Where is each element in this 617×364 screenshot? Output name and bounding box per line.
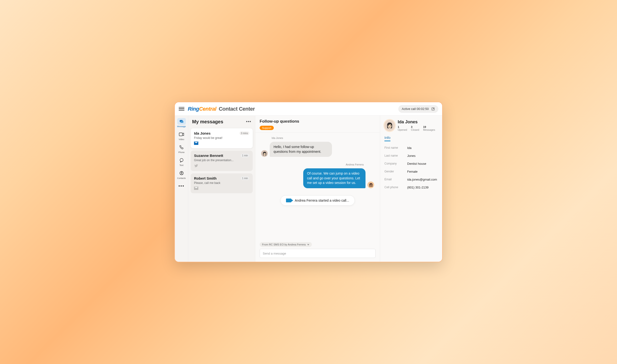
info-value: Dentist house bbox=[407, 162, 438, 166]
info-value: Ida bbox=[407, 146, 438, 150]
rail-more[interactable]: ••• bbox=[178, 184, 184, 189]
avatar-ida-large: 👩🏻 bbox=[384, 120, 395, 131]
rail-video[interactable]: Video bbox=[176, 131, 187, 141]
active-call-label: Active call 00:02:50 bbox=[402, 107, 429, 111]
message-card-suzanne[interactable]: Suzanne Bennett 1 min Great job on the p… bbox=[191, 151, 253, 171]
info-row-company: Company Dentist house bbox=[384, 162, 438, 166]
messages-more-button[interactable]: ••• bbox=[246, 119, 251, 124]
info-label: Company bbox=[384, 162, 407, 166]
info-label: Gender bbox=[384, 170, 407, 173]
video-icon bbox=[179, 132, 184, 136]
svg-point-6 bbox=[181, 172, 182, 173]
message-time: 3 mins bbox=[239, 131, 249, 135]
phone-icon bbox=[179, 145, 184, 150]
message-card-ida[interactable]: Ida Jones 3 mins Friday would be great! bbox=[191, 128, 253, 148]
svg-rect-3 bbox=[179, 133, 182, 136]
message-time: 1 min bbox=[241, 154, 249, 157]
info-value: Jones bbox=[407, 154, 438, 157]
rail-text[interactable]: Text bbox=[176, 157, 187, 167]
message-icon bbox=[179, 119, 184, 124]
app-window: RingCentral Contact Center Active call 0… bbox=[174, 102, 443, 262]
info-label: Last name bbox=[384, 154, 407, 157]
video-call-icon bbox=[286, 198, 291, 202]
compose-area: From RC SMS EO by Andrea Ferrera bbox=[255, 240, 380, 262]
info-row-lastname: Last name Jones bbox=[384, 154, 438, 157]
support-chip: Support bbox=[260, 126, 274, 130]
message-preview: Friday would be great! bbox=[194, 136, 249, 140]
message-card-robert[interactable]: Robert Smith 1 min Please, call me back bbox=[191, 173, 253, 193]
messages-panel: My messages ••• Ida Jones 3 mins Friday … bbox=[188, 116, 255, 262]
conversation-panel: Follow-up questions Support Ida Jones 👩🏻… bbox=[255, 116, 380, 262]
info-value: (801) 301-2139 bbox=[407, 186, 438, 189]
svg-rect-2 bbox=[180, 121, 183, 123]
conversation-title: Follow-up questions bbox=[260, 119, 376, 124]
svg-point-4 bbox=[180, 158, 183, 162]
rail-phone-label: Phone bbox=[178, 151, 184, 154]
rail-contacts[interactable]: Contacts bbox=[176, 170, 187, 179]
sender-label-outgoing: Andrea Ferrera bbox=[261, 163, 364, 166]
info-stats: 1 Opened 3 Closed 19 Messages bbox=[398, 126, 438, 131]
mail-icon bbox=[194, 142, 198, 145]
info-value: Female bbox=[407, 170, 438, 173]
info-value: ida.jones@gmail.com bbox=[407, 178, 438, 181]
avatar-ida-small: 👩🏻 bbox=[261, 150, 268, 157]
app-header: RingCentral Contact Center Active call 0… bbox=[175, 102, 442, 116]
rail-message-label: Message bbox=[177, 125, 186, 128]
bubble-incoming: Hello, I had some follow-up questions fr… bbox=[270, 142, 332, 157]
message-preview: Great job on the presentation... bbox=[194, 158, 249, 162]
active-call-pill[interactable]: Active call 00:02:50 bbox=[398, 105, 438, 113]
bubble-outgoing: Of course. We can jump on a video call a… bbox=[303, 168, 366, 188]
video-call-event[interactable]: Andrea Ferrera started a video call... bbox=[280, 195, 354, 206]
rail-video-label: Video bbox=[179, 138, 184, 141]
brand-central: Central bbox=[199, 106, 216, 112]
message-preview: Please, call me back bbox=[194, 181, 249, 185]
message-time: 1 min bbox=[241, 177, 249, 180]
text-icon bbox=[179, 158, 184, 163]
nav-rail: Message Video Phone Text Contacts ••• bbox=[175, 116, 188, 262]
from-chip-label: From RC SMS EO by Andrea Ferrera bbox=[262, 243, 306, 246]
info-row-firstname: First name Ida bbox=[384, 146, 438, 150]
info-label: Email bbox=[384, 178, 407, 181]
rail-phone[interactable]: Phone bbox=[176, 144, 187, 154]
info-row-cell: Cell phone (801) 301-2139 bbox=[384, 186, 438, 189]
brand-product: Contact Center bbox=[219, 106, 255, 112]
conversation-body: Ida Jones 👩🏻 Hello, I had some follow-up… bbox=[255, 133, 380, 240]
twitter-icon bbox=[194, 164, 198, 168]
menu-button[interactable] bbox=[179, 106, 184, 112]
brand-logo: RingCentral Contact Center bbox=[188, 106, 255, 112]
rail-text-label: Text bbox=[179, 164, 184, 167]
rail-message[interactable]: Message bbox=[176, 118, 187, 128]
messages-title: My messages bbox=[192, 119, 223, 125]
chevron-down-icon bbox=[307, 243, 309, 246]
contacts-icon bbox=[179, 171, 184, 176]
info-panel: 👩🏻 Ida Jones 1 Opened 3 Closed 19 Messag… bbox=[380, 116, 442, 262]
info-label: First name bbox=[384, 146, 407, 150]
avatar-andrea-small: 👩🏽 bbox=[368, 182, 374, 188]
brand-ring: Ring bbox=[188, 106, 199, 112]
message-name: Robert Smith bbox=[194, 176, 217, 180]
message-name: Suzanne Bennett bbox=[194, 154, 223, 157]
sender-label-incoming: Ida Jones bbox=[272, 136, 374, 139]
info-tab[interactable]: Info bbox=[384, 136, 390, 141]
conversation-header: Follow-up questions Support bbox=[255, 116, 380, 133]
info-row-gender: Gender Female bbox=[384, 170, 438, 173]
info-row-email: Email ida.jones@gmail.com bbox=[384, 178, 438, 181]
info-label: Cell phone bbox=[384, 186, 407, 189]
video-call-text: Andrea Ferrera started a video call... bbox=[295, 198, 349, 202]
from-chip[interactable]: From RC SMS EO by Andrea Ferrera bbox=[260, 242, 312, 247]
message-name: Ida Jones bbox=[194, 131, 210, 135]
info-contact-name: Ida Jones bbox=[398, 119, 438, 125]
popout-icon bbox=[431, 107, 435, 111]
rail-contacts-label: Contacts bbox=[177, 177, 186, 179]
mail-icon bbox=[194, 187, 198, 190]
compose-input[interactable] bbox=[260, 249, 376, 258]
